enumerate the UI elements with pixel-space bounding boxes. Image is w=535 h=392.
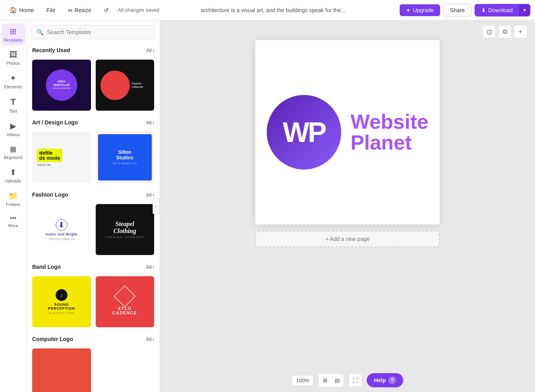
chevron-right-icon: › bbox=[153, 192, 154, 198]
section-title-recently-used: Recently Used bbox=[32, 47, 70, 53]
help-icon: ? bbox=[388, 376, 396, 384]
duplicate-icon: ⧉ bbox=[503, 28, 507, 35]
sailor-loc: TINYTON TOWN, FA bbox=[49, 238, 75, 241]
computer-logo-header: Computer Logo All › bbox=[27, 333, 160, 345]
sidebar-item-label: Folders bbox=[6, 202, 20, 207]
crop-button[interactable]: ⊡ bbox=[482, 25, 496, 38]
search-area: 🔍 bbox=[27, 25, 160, 44]
art-design-header: Art / Design Logo All › bbox=[27, 116, 160, 129]
sidebar-item-label: Photos bbox=[6, 61, 20, 66]
template-card-silton[interactable]: SiltonStudios ART & DESIGN CO. bbox=[95, 131, 155, 184]
sailor-icon: ⬇ bbox=[56, 219, 67, 231]
sidebar-item-templates[interactable]: ⊞ Templates bbox=[2, 24, 25, 46]
search-box: 🔍 bbox=[31, 25, 155, 39]
chevron-right-icon: › bbox=[153, 120, 154, 126]
sidebar-item-label: Videos bbox=[7, 132, 20, 137]
home-button[interactable]: 🏠 Home bbox=[5, 4, 38, 16]
undo-icon: ↺ bbox=[104, 7, 109, 13]
grid-icon: ⊞ bbox=[323, 377, 328, 383]
duplicate-button[interactable]: ⧉ bbox=[498, 25, 511, 38]
plus-icon: + bbox=[519, 28, 522, 35]
view-toggle: ⊞ ▤ bbox=[318, 373, 344, 387]
computer-all-button[interactable]: All › bbox=[146, 336, 154, 342]
topbar: 🏠 Home File ⇔ Resize ↺ All changes saved… bbox=[0, 0, 535, 20]
template-card-steapel[interactable]: SteapelClothing FASHION FORWARD bbox=[95, 203, 155, 256]
folders-icon: 📁 bbox=[8, 191, 18, 201]
sidebar-item-label: Uploads bbox=[5, 179, 21, 183]
section-title-computer: Computer Logo bbox=[32, 336, 73, 342]
template-card-defile[interactable]: defile de mode SINCE 199_ bbox=[31, 131, 92, 184]
logo-design: WP Website Planet bbox=[251, 79, 444, 185]
sidebar-item-elements[interactable]: ✦ Elements bbox=[2, 70, 25, 92]
presentation-icon: ▤ bbox=[335, 377, 340, 383]
fullscreen-button[interactable]: ⛶ bbox=[349, 374, 362, 387]
recently-used-header: Recently Used All › bbox=[27, 44, 160, 57]
grid-view-button[interactable]: ⊞ bbox=[320, 375, 330, 385]
share-button[interactable]: Share bbox=[443, 4, 471, 16]
recently-used-all-button[interactable]: All › bbox=[146, 47, 154, 53]
steapel-text: SteapelClothing bbox=[113, 221, 136, 234]
search-input[interactable] bbox=[47, 29, 150, 35]
presentation-view-button[interactable]: ▤ bbox=[332, 375, 342, 385]
logo-circle: WP bbox=[267, 95, 341, 170]
sidebar-item-label: More bbox=[8, 223, 18, 228]
canvas-toolbar: ⊡ ⧉ + bbox=[482, 25, 527, 38]
add-new-page-bar[interactable]: + Add a new page bbox=[255, 231, 440, 247]
logo-wordmark: Website Planet bbox=[351, 111, 428, 153]
logo-website-text: Website bbox=[351, 111, 428, 132]
search-icon: 🔍 bbox=[36, 29, 44, 36]
sidebar-item-folders[interactable]: 📁 Folders bbox=[2, 188, 25, 210]
zoom-level[interactable]: 100% bbox=[292, 375, 313, 386]
help-button[interactable]: Help ? bbox=[367, 373, 403, 387]
section-title-art-design: Art / Design Logo bbox=[32, 119, 78, 126]
fashion-all-button[interactable]: All › bbox=[146, 192, 154, 198]
hide-icon: ‹ bbox=[155, 204, 157, 209]
template-card-sound[interactable]: ♪ SOUNDPERCEPTION ELECTRO POP bbox=[31, 275, 92, 328]
download-dropdown-button[interactable]: ▾ bbox=[519, 4, 530, 16]
sidebar-item-text[interactable]: T Text bbox=[2, 94, 25, 117]
template-card-teppan[interactable]: TeppanTottande bbox=[95, 59, 155, 111]
hide-panel-button[interactable]: ‹ bbox=[153, 199, 160, 214]
sidebar-item-background[interactable]: ▦ Bkground bbox=[2, 142, 25, 163]
add-page-button-toolbar[interactable]: + bbox=[514, 25, 527, 38]
logo-planet-text: Planet bbox=[351, 132, 428, 153]
text-icon: T bbox=[11, 97, 16, 107]
help-label: Help bbox=[374, 377, 386, 383]
logo-initials: WP bbox=[283, 118, 325, 146]
chevron-right-icon: › bbox=[153, 47, 154, 53]
resize-button[interactable]: ⇔ Resize bbox=[63, 5, 96, 16]
crop-icon: ⊡ bbox=[487, 28, 492, 36]
band-logo-header: Band Logo All › bbox=[27, 261, 160, 273]
template-card-xylo[interactable]: XYLOCADENCE bbox=[95, 275, 155, 328]
section-title-band: Band Logo bbox=[32, 264, 61, 270]
sidebar-item-label: Text bbox=[9, 109, 17, 113]
band-all-button[interactable]: All › bbox=[146, 264, 154, 270]
sidebar-item-photos[interactable]: 🖼 Photos bbox=[2, 47, 25, 69]
undo-button[interactable]: ↺ bbox=[99, 5, 113, 16]
sidebar-item-more[interactable]: ••• More bbox=[2, 211, 25, 231]
template-card-sailor[interactable]: ⬇ Sailor and Bright TINYTON TOWN, FA bbox=[31, 203, 92, 256]
template-card-nera[interactable]: NERANIGHTCLUBDRINKS & PARTIES bbox=[31, 59, 92, 111]
template-card-computer-1[interactable] bbox=[31, 348, 92, 392]
star-icon: ✦ bbox=[406, 7, 411, 13]
sidebar-item-uploads[interactable]: ⬆ Uploads bbox=[2, 164, 25, 186]
download-group: ⬇ Download ▾ bbox=[475, 4, 530, 16]
sound-sub: ELECTRO POP bbox=[49, 312, 74, 314]
sound-icon: ♪ bbox=[56, 289, 67, 301]
sidebar-item-label: Bkground bbox=[4, 155, 22, 160]
file-button[interactable]: File bbox=[42, 5, 60, 16]
art-design-all-button[interactable]: All › bbox=[146, 120, 154, 126]
nera-circle: NERANIGHTCLUBDRINKS & PARTIES bbox=[46, 69, 77, 101]
computer-grid bbox=[27, 348, 160, 392]
main-layout: ⊞ Templates 🖼 Photos ✦ Elements T Text ▶… bbox=[0, 20, 535, 392]
download-icon: ⬇ bbox=[481, 7, 486, 13]
bottom-bar: 100% ⊞ ▤ ⛶ Help ? bbox=[292, 373, 403, 387]
xylo-title: XYLOCADENCE bbox=[113, 306, 137, 315]
sidebar-item-videos[interactable]: ▶ Videos bbox=[2, 118, 25, 140]
chevron-right-icon: › bbox=[153, 336, 154, 342]
left-navigation: ⊞ Templates 🖼 Photos ✦ Elements T Text ▶… bbox=[0, 20, 27, 392]
download-button[interactable]: ⬇ Download bbox=[475, 4, 519, 16]
canvas-area: ⊡ ⧉ + WP Website Planet + Add a new page bbox=[160, 20, 535, 392]
elements-icon: ✦ bbox=[10, 73, 16, 83]
upgrade-button[interactable]: ✦ Upgrade bbox=[400, 4, 440, 16]
